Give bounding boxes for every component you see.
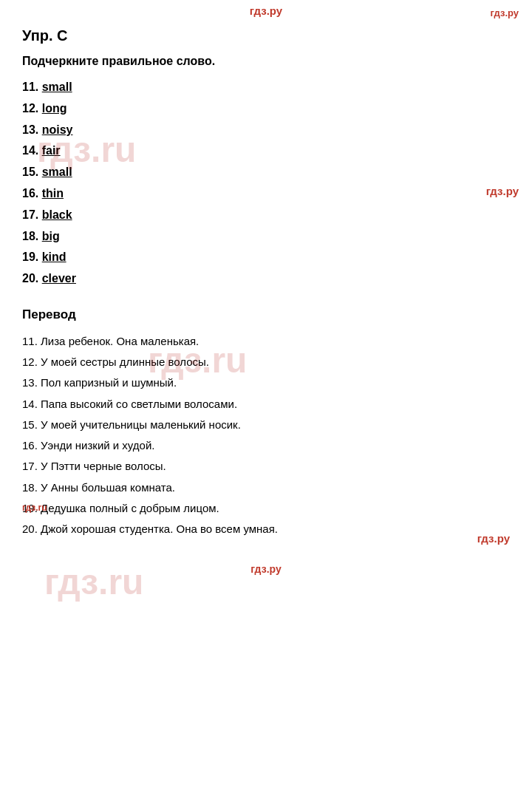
- watermark-top-center: гдз.ру: [0, 0, 532, 20]
- watermark-mid-left: гдз.ru: [22, 503, 47, 513]
- watermark-mid-right: гдз.ру: [486, 185, 519, 197]
- answer-word: small: [42, 166, 72, 178]
- answer-list: 11. small12. long13. noisy14. fair15. sm…: [22, 78, 510, 288]
- answer-item: 15. small: [22, 163, 510, 182]
- translation-item: 12. У моей сестры длинные волосы.: [22, 353, 510, 370]
- answer-num: 20.: [22, 272, 42, 285]
- answer-item: 11. small: [22, 78, 510, 97]
- answer-item: 13. noisy: [22, 121, 510, 140]
- answer-num: 15.: [22, 166, 42, 178]
- answer-num: 12.: [22, 102, 42, 115]
- answer-num: 19.: [22, 251, 42, 263]
- answer-num: 13.: [22, 123, 42, 136]
- translation-item: 17. У Пэтти черные волосы.: [22, 457, 510, 474]
- answer-word: small: [42, 81, 72, 93]
- translation-item: 11. Лиза ребенок. Она маленькая.: [22, 333, 510, 350]
- answer-num: 14.: [22, 144, 42, 157]
- translation-item: 13. Пол капризный и шумный.: [22, 374, 510, 391]
- watermark-top-right: гдз.ру: [491, 7, 519, 18]
- answer-item: 17. black: [22, 206, 510, 225]
- answer-word: fair: [42, 144, 61, 157]
- translation-item: 19. Дедушка полный с добрым лицом.: [22, 500, 510, 517]
- answer-item: 19. kind: [22, 248, 510, 267]
- translation-item: 18. У Анны большая комната.: [22, 479, 510, 496]
- watermark-bottom: гдз.ру: [0, 556, 532, 581]
- answer-num: 11.: [22, 81, 42, 93]
- answer-num: 17.: [22, 208, 42, 221]
- translation-item: 16. Уэнди низкий и худой.: [22, 437, 510, 454]
- answer-item: 14. fair: [22, 142, 510, 160]
- exercise-title: Упр. С: [22, 27, 510, 44]
- answer-item: 16. thin: [22, 185, 510, 203]
- translation-list: 11. Лиза ребенок. Она маленькая.12. У мо…: [22, 333, 510, 538]
- translation-heading: Перевод: [22, 307, 510, 322]
- answer-word: long: [42, 102, 67, 115]
- answer-word: big: [42, 230, 60, 242]
- answer-item: 18. big: [22, 228, 510, 246]
- answer-word: clever: [42, 272, 76, 285]
- answer-num: 18.: [22, 230, 42, 242]
- answer-word: black: [42, 208, 72, 221]
- answer-word: kind: [42, 251, 66, 263]
- answer-num: 16.: [22, 187, 42, 200]
- translation-item: 20. Джой хорошая студентка. Она во всем …: [22, 520, 510, 537]
- answer-item: 12. long: [22, 100, 510, 118]
- answer-word: noisy: [42, 123, 73, 136]
- section-instruction: Подчеркните правильное слово.: [22, 55, 510, 68]
- translation-item: 15. У моей учительницы маленький носик.: [22, 416, 510, 433]
- watermark-mid-right2: гдз.ру: [477, 532, 510, 545]
- answer-item: 20. clever: [22, 270, 510, 288]
- translation-item: 14. Папа высокий со светлыми волосами.: [22, 395, 510, 412]
- answer-word: thin: [42, 187, 64, 200]
